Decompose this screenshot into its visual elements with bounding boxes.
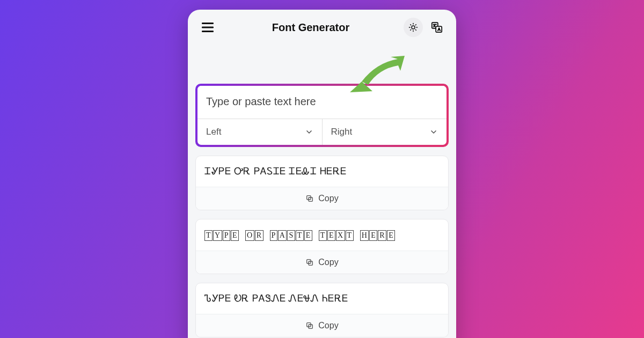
font-result-text: ᏖᎩᏢᎬ ᎧᎡ ᏢᎪᏕᏁᎬ ᏁᎬᏠᏁ ᏂᎬᎡᎬ — [196, 283, 448, 314]
font-result-text: TYPE OR PASTE TEXT HERE — [196, 219, 448, 251]
sun-icon — [408, 23, 418, 32]
chevron-down-icon — [305, 128, 313, 136]
svg-line-11 — [415, 25, 416, 25]
main-text-input[interactable] — [197, 86, 447, 119]
left-select[interactable]: Left — [197, 119, 322, 145]
copy-button[interactable]: Copy — [196, 187, 448, 210]
input-panel: Left Right — [195, 84, 449, 147]
translate-icon — [431, 21, 443, 33]
app-frame: Font Generator Left — [188, 10, 456, 338]
copy-icon — [305, 321, 314, 330]
select-row: Left Right — [197, 119, 447, 145]
font-result-card: ᏖᎩᏢᎬ ᎧᎡ ᏢᎪᏕᏁᎬ ᏁᎬᏠᏁ ᏂᎬᎡᎬ Copy — [195, 283, 449, 337]
svg-rect-2 — [202, 31, 214, 32]
input-panel-inner: Left Right — [197, 86, 447, 145]
right-select[interactable]: Right — [322, 119, 447, 145]
svg-line-7 — [415, 30, 416, 30]
svg-line-10 — [411, 30, 411, 30]
page-title: Font Generator — [272, 21, 349, 34]
copy-icon — [305, 194, 314, 203]
left-select-label: Left — [206, 127, 221, 137]
copy-label: Copy — [318, 321, 338, 330]
right-select-label: Right — [331, 127, 353, 137]
copy-label: Copy — [318, 194, 338, 203]
top-icon-group — [404, 18, 447, 37]
content-area: Left Right ᏆᎽᏢᎬ ᎤᎡ ᏢᎪᏚᏆᎬ ᏆᎬᎲᏆ ᎻᎬᎡᎬ Copy — [188, 84, 456, 338]
svg-line-6 — [411, 25, 411, 25]
top-bar: Font Generator — [188, 10, 456, 46]
font-result-text: ᏆᎽᏢᎬ ᎤᎡ ᏢᎪᏚᏆᎬ ᏆᎬᎲᏆ ᎻᎬᎡᎬ — [196, 156, 448, 187]
menu-icon — [202, 23, 214, 32]
copy-button[interactable]: Copy — [196, 251, 448, 274]
menu-button[interactable] — [197, 17, 218, 38]
font-result-card: TYPE OR PASTE TEXT HERE Copy — [195, 219, 449, 274]
copy-icon — [305, 258, 314, 267]
svg-rect-1 — [202, 27, 214, 28]
copy-button[interactable]: Copy — [196, 314, 448, 337]
theme-toggle-button[interactable] — [404, 18, 423, 37]
svg-rect-0 — [202, 23, 214, 24]
copy-label: Copy — [318, 258, 338, 267]
chevron-down-icon — [429, 128, 438, 136]
svg-point-3 — [412, 26, 415, 29]
translate-button[interactable] — [427, 18, 447, 37]
font-result-card: ᏆᎽᏢᎬ ᎤᎡ ᏢᎪᏚᏆᎬ ᏆᎬᎲᏆ ᎻᎬᎡᎬ Copy — [195, 156, 449, 210]
